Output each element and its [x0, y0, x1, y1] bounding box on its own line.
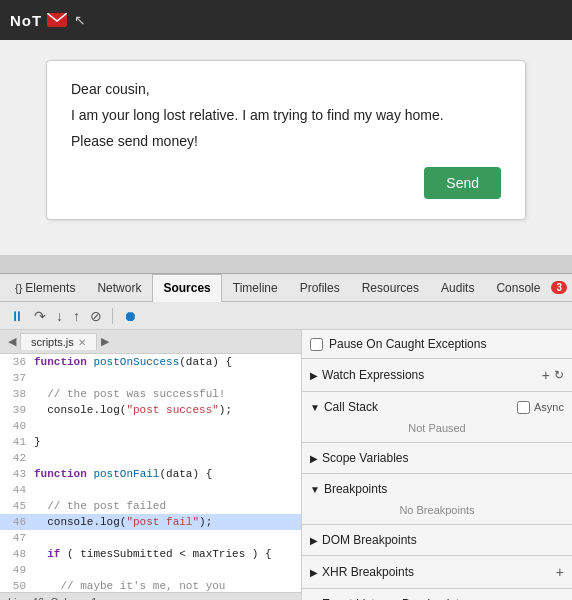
file-tab-label: scripts.js	[31, 336, 74, 348]
pause-caught-row: Pause On Caught Exceptions	[302, 334, 572, 354]
call-stack-label: Call Stack	[324, 400, 378, 414]
mail-icon	[47, 13, 67, 27]
code-area[interactable]: 36 function postOnSuccess(data) { 37 38 …	[0, 354, 301, 592]
code-line: 43 function postOnFail(data) {	[0, 466, 301, 482]
code-line: 45 // the post failed	[0, 498, 301, 514]
watch-expressions-section: ▶ Watch Expressions + ↻	[302, 359, 572, 392]
close-file-tab-button[interactable]: ✕	[78, 337, 86, 348]
xhr-breakpoints-arrow: ▶	[310, 567, 318, 578]
xhr-breakpoints-add-button[interactable]: +	[556, 564, 564, 580]
watch-expressions-label: Watch Expressions	[322, 368, 424, 382]
async-label: Async	[534, 401, 564, 413]
app-icon: NoT ↖	[10, 12, 86, 29]
code-line: 39 console.log("post success");	[0, 402, 301, 418]
no-breakpoints-label: No Breakpoints	[302, 500, 572, 520]
event-listener-section: ▶ Event Listener Breakpoints	[302, 589, 572, 600]
send-button[interactable]: Send	[424, 167, 501, 199]
right-panel: Pause On Caught Exceptions ▶ Watch Expre…	[302, 330, 572, 600]
statusbar-text: Line 46, Column 1	[8, 596, 97, 601]
code-line: 47	[0, 530, 301, 546]
xhr-breakpoints-label: XHR Breakpoints	[322, 565, 414, 579]
scope-variables-section: ▶ Scope Variables	[302, 443, 572, 474]
dom-breakpoints-label: DOM Breakpoints	[322, 533, 417, 547]
pause-caught-label: Pause On Caught Exceptions	[329, 337, 486, 351]
scope-variables-label: Scope Variables	[322, 451, 409, 465]
code-line: 50 // maybe it's me, not you	[0, 578, 301, 592]
watch-expressions-refresh-button[interactable]: ↻	[554, 368, 564, 382]
devtools-tab-right-controls: 3 ⚑ ⚙ ▣ ✕	[551, 278, 572, 298]
email-line2: I am your long lost relative. I am tryin…	[71, 107, 501, 123]
code-line: 49	[0, 562, 301, 578]
tab-timeline[interactable]: Timeline	[222, 274, 289, 302]
devtools-tabs: {} Elements Network Sources Timeline Pro…	[0, 274, 572, 302]
error-badge: 3	[551, 281, 567, 294]
step-over-button[interactable]: ↷	[30, 306, 50, 326]
top-bar: NoT ↖	[0, 0, 572, 40]
dom-breakpoints-arrow: ▶	[310, 535, 318, 546]
deactivate-breakpoints-button[interactable]: ⊘	[86, 306, 106, 326]
email-line1: Dear cousin,	[71, 81, 501, 97]
xhr-breakpoints-section: ▶ XHR Breakpoints +	[302, 556, 572, 589]
step-into-button[interactable]: ↓	[52, 306, 67, 326]
xhr-breakpoints-toggle[interactable]: ▶ XHR Breakpoints +	[302, 560, 572, 584]
tab-profiles[interactable]: Profiles	[289, 274, 351, 302]
breakpoints-arrow: ▼	[310, 484, 320, 495]
code-line: 42	[0, 450, 301, 466]
email-area: Dear cousin, I am your long lost relativ…	[0, 40, 572, 255]
code-file-tab-bar: ◀ scripts.js ✕ ▶	[0, 330, 301, 354]
code-line: 37	[0, 370, 301, 386]
tab-console[interactable]: Console	[485, 274, 551, 302]
devtools-toolbar: ⏸ ↷ ↓ ↑ ⊘ ⏺	[0, 302, 572, 330]
call-stack-arrow: ▼	[310, 402, 320, 413]
spacer	[0, 255, 572, 273]
tab-resources[interactable]: Resources	[351, 274, 430, 302]
dom-breakpoints-section: ▶ DOM Breakpoints	[302, 525, 572, 556]
watch-expressions-toggle[interactable]: ▶ Watch Expressions + ↻	[302, 363, 572, 387]
step-out-button[interactable]: ↑	[69, 306, 84, 326]
breakpoints-section: ▼ Breakpoints No Breakpoints	[302, 474, 572, 525]
breakpoints-toggle[interactable]: ▼ Breakpoints	[302, 478, 572, 500]
devtools-main: ◀ scripts.js ✕ ▶ 36 function postOnSucce…	[0, 330, 572, 600]
code-line: 44	[0, 482, 301, 498]
app-title: NoT	[10, 12, 42, 29]
code-panel: ◀ scripts.js ✕ ▶ 36 function postOnSucce…	[0, 330, 302, 600]
code-line-active: 46 console.log("post fail");	[0, 514, 301, 530]
tab-audits[interactable]: Audits	[430, 274, 485, 302]
file-tab-right-arrow[interactable]: ▶	[97, 333, 113, 350]
pause-caught-checkbox[interactable]	[310, 338, 323, 351]
send-button-row: Send	[71, 167, 501, 199]
code-line: 48 if ( timesSubmitted < maxTries ) {	[0, 546, 301, 562]
not-paused-label: Not Paused	[302, 418, 572, 438]
email-line3: Please send money!	[71, 133, 501, 149]
breakpoints-label: Breakpoints	[324, 482, 387, 496]
code-statusbar: Line 46, Column 1	[0, 592, 301, 600]
pause-caught-section: Pause On Caught Exceptions	[302, 330, 572, 359]
code-line: 40	[0, 418, 301, 434]
code-line: 41 }	[0, 434, 301, 450]
dom-breakpoints-toggle[interactable]: ▶ DOM Breakpoints	[302, 529, 572, 551]
cursor-indicator: ↖	[74, 12, 86, 28]
event-listener-toggle[interactable]: ▶ Event Listener Breakpoints	[302, 593, 572, 600]
scope-variables-arrow: ▶	[310, 453, 318, 464]
async-checkbox[interactable]	[517, 401, 530, 414]
async-toggle-button[interactable]: ⏺	[119, 306, 141, 326]
toolbar-separator	[112, 308, 113, 324]
email-card: Dear cousin, I am your long lost relativ…	[46, 60, 526, 220]
async-check: Async	[517, 401, 564, 414]
call-stack-toggle[interactable]: ▼ Call Stack Async	[302, 396, 572, 418]
elements-icon: {}	[15, 282, 22, 294]
watch-expressions-arrow: ▶	[310, 370, 318, 381]
tab-elements[interactable]: {} Elements	[4, 274, 86, 302]
file-tab-scripts-js[interactable]: scripts.js ✕	[20, 333, 97, 350]
tab-network[interactable]: Network	[86, 274, 152, 302]
watch-expressions-add-button[interactable]: +	[542, 367, 550, 383]
file-tab-left-arrow[interactable]: ◀	[4, 333, 20, 350]
scope-variables-toggle[interactable]: ▶ Scope Variables	[302, 447, 572, 469]
devtools-panel: {} Elements Network Sources Timeline Pro…	[0, 273, 572, 600]
code-line: 38 // the post was successful!	[0, 386, 301, 402]
pause-resume-button[interactable]: ⏸	[6, 306, 28, 326]
call-stack-section: ▼ Call Stack Async Not Paused	[302, 392, 572, 443]
tab-sources[interactable]: Sources	[152, 274, 221, 302]
code-line: 36 function postOnSuccess(data) {	[0, 354, 301, 370]
